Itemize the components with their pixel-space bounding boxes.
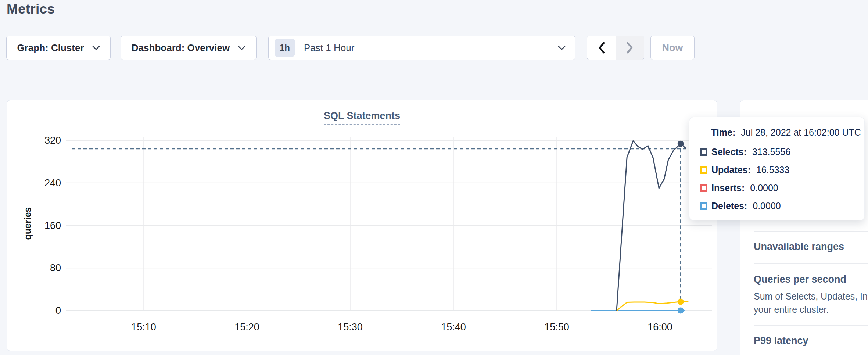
updates-legend-swatch-icon <box>700 166 707 174</box>
tooltip-time-row: Time: Jul 28, 2022 at 16:02:00 UTC <box>711 127 855 138</box>
tooltip-row-deletes: Deletes: 0.0000 <box>700 201 855 211</box>
tooltip-row-updates: Updates: 16.5333 <box>700 165 855 175</box>
graph-dropdown-label: Graph: Cluster <box>17 42 84 54</box>
dashboard-dropdown-label: Dashboard: Overview <box>132 42 230 54</box>
chevron-left-icon <box>598 42 606 54</box>
deletes-legend-swatch-icon <box>700 202 707 210</box>
time-range-label: Past 1 Hour <box>304 42 354 54</box>
prev-time-button[interactable] <box>587 36 616 60</box>
chevron-down-icon <box>238 46 245 50</box>
chart-tooltip: Time: Jul 28, 2022 at 16:02:00 UTC Selec… <box>689 117 865 220</box>
chart-title-wrap: SQL Statements <box>7 110 717 125</box>
inserts-legend-swatch-icon <box>700 184 707 192</box>
divider <box>754 263 868 264</box>
divider <box>754 325 868 326</box>
chart-title[interactable]: SQL Statements <box>324 110 400 125</box>
dashboard-dropdown[interactable]: Dashboard: Overview <box>121 36 257 60</box>
next-time-button[interactable] <box>616 36 644 60</box>
chevron-down-icon <box>92 46 100 50</box>
tooltip-row-inserts: Inserts: 0.0000 <box>700 183 855 193</box>
sidebar-heading-unavailable-ranges: Unavailable ranges <box>754 241 868 252</box>
tooltip-time-value: Jul 28, 2022 at 16:02:00 UTC <box>741 127 861 138</box>
tooltip-time-label: Time: <box>711 127 735 138</box>
metrics-page: Metrics Graph: Cluster Dashboard: Overvi… <box>0 0 868 355</box>
chevron-down-icon <box>558 46 566 50</box>
graph-dropdown[interactable]: Graph: Cluster <box>6 36 111 60</box>
chevron-right-icon <box>626 42 634 54</box>
tooltip-row-selects: Selects: 313.5556 <box>700 147 855 157</box>
sidebar-heading-p99-latency: P99 latency <box>754 335 868 347</box>
queries-per-second-description: Sum of Selects, Updates, Inser your enti… <box>754 290 868 316</box>
divider <box>754 231 868 232</box>
selects-legend-swatch-icon <box>700 148 707 156</box>
sidebar-heading-queries-per-second: Queries per second <box>754 274 868 285</box>
time-pager <box>587 36 644 60</box>
time-range-badge: 1h <box>275 39 295 57</box>
now-button[interactable]: Now <box>650 36 695 60</box>
sql-statements-card <box>7 100 717 351</box>
page-title: Metrics <box>7 1 55 17</box>
time-range-dropdown[interactable]: 1h Past 1 Hour <box>268 36 575 60</box>
